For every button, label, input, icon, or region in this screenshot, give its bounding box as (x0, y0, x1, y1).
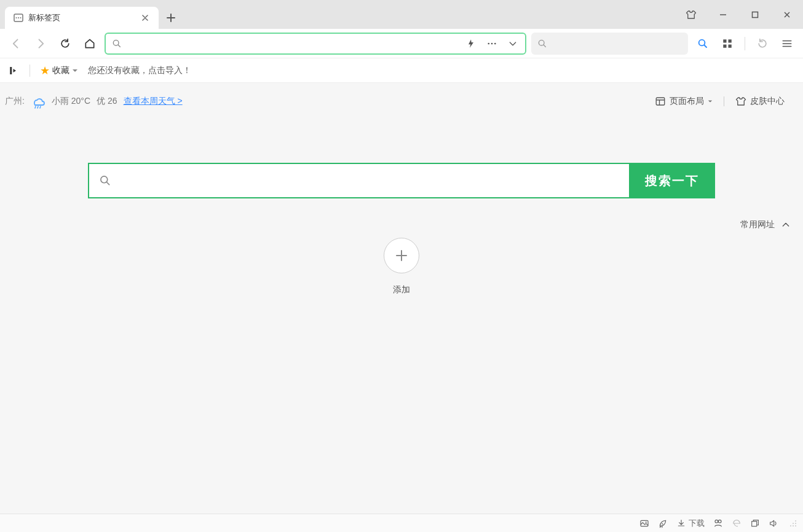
add-site-button[interactable] (384, 238, 419, 273)
favorites-label: 收藏 (52, 65, 69, 76)
main-search-button[interactable]: 搜索一下 (629, 163, 715, 198)
nav-home-button[interactable] (80, 34, 100, 53)
svg-point-26 (793, 523, 794, 524)
tab-strip: 新标签页 (0, 0, 183, 29)
skin-button[interactable] (675, 6, 707, 24)
account-button[interactable] (713, 518, 723, 528)
separator (30, 65, 30, 77)
weather-city: 广州: (5, 96, 25, 107)
tab-title: 新标签页 (28, 12, 60, 23)
caret-down-icon (72, 68, 78, 74)
search-icon (537, 39, 547, 49)
weather-aqi: 优 26 (97, 96, 117, 107)
toolbar (0, 29, 803, 58)
svg-rect-12 (729, 39, 732, 42)
sound-button[interactable] (769, 518, 778, 528)
weather-widget[interactable]: 广州: 小雨 20°C 优 26 查看本周天气 > (5, 94, 183, 109)
window-minimize-button[interactable] (707, 6, 739, 24)
svg-rect-14 (729, 44, 732, 47)
search-engine-button[interactable] (693, 34, 713, 53)
download-label: 下载 (689, 518, 705, 529)
resize-grip-icon[interactable] (789, 520, 797, 527)
screenshot-button[interactable] (639, 518, 649, 528)
svg-rect-15 (10, 67, 12, 74)
frequent-sites-header: 常用网址 (0, 198, 803, 230)
svg-point-29 (790, 525, 791, 526)
secondary-search[interactable] (531, 33, 688, 55)
page-settings: 页面布局 皮肤中心 (655, 96, 785, 107)
svg-point-28 (793, 525, 794, 526)
svg-rect-16 (656, 98, 665, 105)
secondary-search-input[interactable] (547, 38, 682, 49)
window-controls (675, 0, 803, 29)
skin-center-button[interactable]: 皮肤中心 (735, 96, 785, 107)
svg-point-1 (16, 17, 17, 18)
page-layout-label: 页面布局 (670, 96, 704, 107)
tab-close-button[interactable] (140, 13, 150, 23)
dropdown-icon[interactable] (504, 35, 521, 52)
apps-grid-button[interactable] (718, 34, 737, 53)
svg-point-3 (20, 17, 22, 18)
layout-icon (655, 96, 666, 107)
speedup-button[interactable] (658, 518, 668, 528)
quick-action-icon[interactable] (462, 35, 480, 52)
search-icon (112, 39, 122, 49)
main-search-box[interactable] (88, 163, 629, 198)
add-site-label: 添加 (393, 284, 410, 295)
more-icon[interactable] (483, 35, 500, 52)
svg-point-6 (488, 42, 489, 44)
svg-rect-4 (753, 12, 758, 17)
address-input[interactable] (125, 38, 459, 49)
svg-point-7 (491, 42, 493, 44)
main-search-input[interactable] (111, 174, 619, 188)
nav-forward-button[interactable] (31, 34, 50, 53)
svg-point-24 (795, 520, 796, 522)
frequent-sites-label: 常用网址 (740, 219, 775, 230)
weather-week-link[interactable]: 查看本周天气 > (124, 96, 183, 107)
tshirt-icon (735, 96, 746, 107)
svg-point-21 (715, 520, 718, 523)
window-maximize-button[interactable] (739, 6, 771, 24)
download-button[interactable]: 下载 (676, 518, 705, 529)
tab-active[interactable]: 新标签页 (5, 7, 159, 29)
import-favorites-hint[interactable]: 您还没有收藏，点击导入！ (88, 65, 191, 76)
svg-point-8 (494, 42, 496, 44)
multiwindow-button[interactable] (750, 518, 760, 528)
new-tab-button[interactable] (159, 7, 183, 29)
toolbar-separator (745, 37, 745, 50)
svg-point-22 (718, 520, 721, 523)
side-panel-button[interactable] (9, 65, 20, 76)
star-icon: ★ (40, 64, 50, 77)
bookmark-bar: ★ 收藏 您还没有收藏，点击导入！ (0, 58, 803, 83)
svg-rect-13 (723, 44, 726, 47)
search-icon (99, 174, 111, 187)
nav-back-button[interactable] (6, 34, 26, 53)
new-tab-page: 广州: 小雨 20°C 优 26 查看本周天气 > 页面布局 皮肤中心 (0, 83, 803, 514)
status-bar: 下载 (0, 514, 803, 532)
weather-icon (31, 94, 45, 109)
caret-down-icon (708, 99, 713, 104)
svg-point-27 (795, 525, 796, 526)
ie-mode-button[interactable] (732, 518, 742, 528)
svg-point-25 (795, 523, 796, 524)
window-close-button[interactable] (771, 6, 803, 24)
main-search: 搜索一下 (88, 163, 715, 198)
address-bar[interactable] (105, 33, 526, 55)
titlebar: 新标签页 (0, 0, 803, 29)
main-menu-button[interactable] (777, 34, 797, 53)
favorites-button[interactable]: ★ 收藏 (40, 64, 78, 77)
add-site-tile: 添加 (0, 238, 803, 295)
page-layout-button[interactable]: 页面布局 (655, 96, 713, 107)
weather-condition: 小雨 20°C (52, 96, 90, 107)
svg-point-2 (18, 17, 19, 18)
undo-close-button[interactable] (753, 34, 772, 53)
info-bar: 广州: 小雨 20°C 优 26 查看本周天气 > 页面布局 皮肤中心 (0, 83, 803, 109)
collapse-frequent-button[interactable] (781, 220, 791, 230)
svg-rect-23 (752, 521, 757, 526)
separator (724, 96, 724, 106)
svg-rect-11 (723, 39, 726, 42)
skin-center-label: 皮肤中心 (750, 96, 785, 107)
tab-favicon-icon (14, 13, 23, 23)
nav-reload-button[interactable] (55, 34, 75, 53)
svg-point-20 (662, 523, 663, 524)
